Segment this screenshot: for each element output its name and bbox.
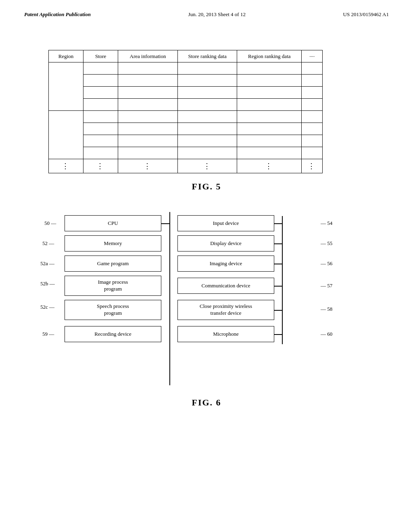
region-cell — [49, 111, 83, 159]
area-cell — [118, 111, 178, 123]
main-content: Region Store Area information Store rank… — [0, 18, 413, 408]
dots-store-rank: ⋮ — [177, 159, 237, 173]
col-region: Region — [49, 50, 83, 62]
table-row — [49, 135, 323, 147]
extra-cell — [302, 62, 323, 75]
store-cell — [83, 99, 118, 111]
ref-52c-label: 52c — — [40, 304, 54, 310]
comm-arrow — [274, 286, 282, 287]
game-program-block: Game program — [65, 256, 161, 272]
display-device-block: Display device — [177, 235, 274, 251]
extra-cell — [302, 123, 323, 135]
region-rank-cell — [237, 123, 302, 135]
col-dots: ···· — [302, 50, 323, 62]
ref-58-label: — 58 — [321, 306, 332, 312]
extra-cell — [302, 135, 323, 147]
region-rank-cell — [237, 99, 302, 111]
ref-60-label: — 60 — [321, 331, 332, 337]
area-cell — [118, 147, 178, 159]
col-area: Area information — [118, 50, 178, 62]
fig6-caption: FIG. 6 — [24, 397, 389, 408]
cpu-block: CPU — [65, 215, 161, 231]
store-rank-cell — [177, 135, 237, 147]
area-cell — [118, 87, 178, 99]
mic-arrow — [274, 334, 282, 335]
microphone-block: Microphone — [177, 326, 274, 342]
store-rank-cell — [177, 75, 237, 87]
dots-store: ⋮ — [83, 159, 118, 173]
store-cell — [83, 62, 118, 75]
region-rank-cell — [237, 75, 302, 87]
region-rank-cell — [237, 87, 302, 99]
store-cell — [83, 147, 118, 159]
region-rank-cell — [237, 135, 302, 147]
input-arrow — [274, 223, 282, 224]
area-cell — [118, 123, 178, 135]
extra-cell — [302, 111, 323, 123]
extra-cell — [302, 87, 323, 99]
fig5-table: Region Store Area information Store rank… — [48, 50, 323, 173]
col-region-rank: Region ranking data — [237, 50, 302, 62]
dots-extra: ⋮ — [302, 159, 323, 173]
diagram-container: 50 — CPU 52 — Memory 52a — Game program … — [40, 212, 355, 385]
ref-52-label: 52 — — [42, 240, 54, 247]
fig5-caption: FIG. 5 — [24, 181, 389, 192]
table-row — [49, 87, 323, 99]
input-device-block: Input device — [177, 215, 274, 231]
table-row — [49, 147, 323, 159]
fig5-section: Region Store Area information Store rank… — [24, 50, 389, 192]
area-cell — [118, 75, 178, 87]
store-rank-cell — [177, 87, 237, 99]
store-rank-cell — [177, 99, 237, 111]
region-rank-cell — [237, 62, 302, 75]
store-rank-cell — [177, 62, 237, 75]
wireless-arrow — [274, 310, 282, 311]
imaging-arrow — [274, 264, 282, 264]
col-store-rank: Store ranking data — [177, 50, 237, 62]
table-row — [49, 62, 323, 75]
store-cell — [83, 75, 118, 87]
region-cell — [49, 62, 83, 111]
imaging-device-block: Imaging device — [177, 256, 274, 272]
store-cell — [83, 123, 118, 135]
store-rank-cell — [177, 111, 237, 123]
area-cell — [118, 62, 178, 75]
area-cell — [118, 135, 178, 147]
ref-54-label: — 54 — [321, 220, 332, 227]
dots-row: ⋮ ⋮ ⋮ ⋮ ⋮ ⋮ — [49, 159, 323, 173]
extra-cell — [302, 147, 323, 159]
area-cell — [118, 99, 178, 111]
fig6-section: 50 — CPU 52 — Memory 52a — Game program … — [24, 212, 389, 408]
table-row — [49, 123, 323, 135]
ref-59-label: 59 — — [42, 331, 54, 337]
speech-process-block: Speech processprogram — [65, 300, 161, 320]
image-process-block: Image processprogram — [65, 276, 161, 296]
publication-label: Patent Application Publication — [24, 11, 91, 18]
communication-device-block: Communication device — [177, 278, 274, 294]
wireless-transfer-block: Close proximity wirelesstransfer device — [177, 300, 274, 320]
extra-cell — [302, 75, 323, 87]
table-row — [49, 75, 323, 87]
dots-region: ⋮ — [49, 159, 83, 173]
store-cell — [83, 135, 118, 147]
table-row — [49, 111, 323, 123]
store-cell — [83, 87, 118, 99]
ref-52b-label: 52b — — [40, 281, 55, 287]
cpu-connector — [161, 223, 169, 224]
sheet-info: Jun. 20, 2013 Sheet 4 of 12 — [188, 11, 246, 18]
recording-device-block: Recording device — [65, 326, 161, 342]
store-cell — [83, 111, 118, 123]
ref-57-label: — 57 — [321, 283, 332, 289]
extra-cell — [302, 99, 323, 111]
region-rank-cell — [237, 147, 302, 159]
table-row — [49, 99, 323, 111]
store-rank-cell — [177, 123, 237, 135]
ref-52a-label: 52a — — [40, 260, 54, 267]
region-rank-cell — [237, 111, 302, 123]
page-header: Patent Application Publication Jun. 20, … — [0, 0, 413, 18]
patent-number: US 2013/0159462 A1 — [343, 11, 389, 18]
vertical-divider — [169, 212, 170, 385]
col-store: Store — [83, 50, 118, 62]
dots-area: ⋮ — [118, 159, 178, 173]
display-arrow — [274, 243, 282, 244]
